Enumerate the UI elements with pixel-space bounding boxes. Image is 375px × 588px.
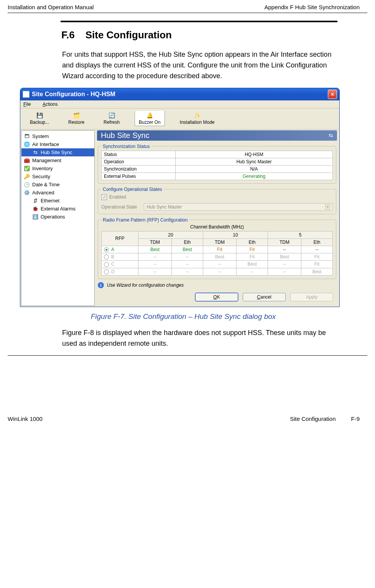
sidebar-item-advanced[interactable]: ⚙️Advanced xyxy=(21,189,94,197)
buzzer-icon: 🔔 xyxy=(139,112,161,119)
radio-icon xyxy=(104,262,109,267)
sidebar-item-ethernet[interactable]: ⇵Ethernet xyxy=(21,197,94,205)
rfp-radio-cell: D xyxy=(102,268,138,275)
rfp-cell: Fit xyxy=(301,253,332,261)
rfp-cell: Fit xyxy=(236,253,268,261)
rfp-cell: -- xyxy=(268,261,301,268)
header-rule xyxy=(8,13,367,13)
sidebar-label: Air Interface xyxy=(32,141,59,147)
rfp-cell: -- xyxy=(268,268,301,275)
rfp-radio-cell[interactable]: A xyxy=(102,246,138,253)
info-icon: i xyxy=(98,282,104,288)
sidebar-label: Advanced xyxy=(32,190,54,195)
section-number: F.6 xyxy=(61,29,75,41)
enabled-checkbox: ✓ xyxy=(101,194,107,200)
col-tdm: TDM xyxy=(203,238,237,246)
section-title: Site Configuration xyxy=(86,29,172,41)
sidebar-item-management[interactable]: 🧰Management xyxy=(21,156,94,164)
install-mode-button[interactable]: ✨ Installation Mode xyxy=(176,111,219,126)
section-rule xyxy=(61,21,337,22)
pulses-key: External Pulses xyxy=(102,172,176,180)
status-value: HQ-HSM xyxy=(175,151,332,158)
dialog-title: Site Configuration - HQ-HSM xyxy=(32,91,115,98)
enabled-label: Enabled xyxy=(109,194,126,200)
header-right: Appendix F Hub Site Synchronization xyxy=(265,4,360,10)
sidebar-item-external-alarms[interactable]: 🐞External Alarms xyxy=(21,205,94,213)
rfp-cell: -- xyxy=(172,261,203,268)
backup-button[interactable]: 💾 Backup... xyxy=(26,111,53,126)
dialog-titlebar[interactable]: Site Configuration - HQ-HSM × xyxy=(20,88,339,100)
col-bw5: 5 xyxy=(268,231,332,238)
system-icon: 🗔 xyxy=(24,133,30,139)
rfp-cell: Best xyxy=(172,246,203,253)
restore-icon: 🗂️ xyxy=(68,112,84,119)
operation-value: Hub Sync Master xyxy=(175,158,332,165)
footer-page: F-9 xyxy=(351,416,360,422)
footer-left: WinLink 1000 xyxy=(8,416,43,422)
rfp-cell: Best xyxy=(236,261,268,268)
section-heading: F.6Site Configuration xyxy=(61,29,355,41)
link-icon: ⇆ xyxy=(329,132,333,138)
toolbar: 💾 Backup... 🗂️ Restore 🔄 Refresh 🔔 Buzze… xyxy=(20,108,339,130)
save-icon: 💾 xyxy=(30,112,49,119)
backup-label: Backup... xyxy=(30,120,49,125)
rfp-cell: -- xyxy=(236,268,268,275)
op-state-select: Hub Sync Master ▾ xyxy=(144,203,333,211)
radio-icon xyxy=(104,269,109,274)
sidebar-label: External Alarms xyxy=(41,206,76,212)
sync-key: Synchronization xyxy=(102,165,176,172)
install-label: Installation Mode xyxy=(180,120,215,125)
col-rfp: RFP xyxy=(102,231,138,246)
security-icon: 🔑 xyxy=(24,174,30,179)
rfp-cell: Best xyxy=(138,246,172,253)
sidebar-item-security[interactable]: 🔑Security xyxy=(21,172,94,181)
site-config-dialog: Site Configuration - HQ-HSM × File Actio… xyxy=(20,88,340,307)
sync-value: N/A xyxy=(175,165,332,172)
cancel-button[interactable]: Cancel xyxy=(243,293,286,301)
sidebar-item-inventory[interactable]: ✅Inventory xyxy=(21,164,94,172)
rfp-row: C------Best--Fit xyxy=(102,261,333,268)
op-state-value: Hub Sync Master xyxy=(146,204,182,210)
col-eth: Eth xyxy=(172,238,203,246)
sidebar-item-hub-site-sync[interactable]: ⇆Hub Site Sync xyxy=(21,148,94,156)
sync-status-group: Synchronization Status StatusHQ-HSM Oper… xyxy=(98,144,336,184)
sidebar-label: System xyxy=(32,133,49,139)
radio-icon xyxy=(104,255,109,260)
rfp-cell: Best xyxy=(268,253,301,261)
sidebar-label: Management xyxy=(32,158,61,163)
air-icon: 🌐 xyxy=(24,141,30,147)
rfp-cell: -- xyxy=(172,268,203,275)
paragraph-1: For units that support HSS, the Hub Site… xyxy=(62,49,336,82)
panel-title-text: Hub Site Sync xyxy=(101,131,150,140)
operation-key: Operation xyxy=(102,158,176,165)
apply-button: Apply xyxy=(290,293,333,301)
refresh-button[interactable]: 🔄 Refresh xyxy=(99,111,124,126)
ok-button[interactable]: OK xyxy=(195,293,238,301)
close-icon[interactable]: × xyxy=(328,90,337,99)
menu-file[interactable]: File xyxy=(23,102,36,107)
inventory-icon: ✅ xyxy=(24,166,30,171)
sidebar-item-operations[interactable]: ⬇️Operations xyxy=(21,213,94,221)
wizard-note-text: Use Wizard for configuration changes xyxy=(107,283,184,288)
enabled-checkbox-row: ✓ Enabled xyxy=(101,194,333,200)
rfp-legend: Radio Frame Pattern (RFP) Configuration xyxy=(101,217,189,223)
rfp-radio-cell: B xyxy=(102,253,138,261)
advanced-icon: ⚙️ xyxy=(24,190,30,195)
sidebar: 🗔System 🌐Air Interface ⇆Hub Site Sync 🧰M… xyxy=(21,130,95,306)
wizard-icon: ✨ xyxy=(180,112,215,119)
sidebar-item-air-interface[interactable]: 🌐Air Interface xyxy=(21,140,94,148)
rfp-cell: -- xyxy=(268,246,301,253)
rfp-cell: -- xyxy=(301,246,332,253)
sidebar-item-system[interactable]: 🗔System xyxy=(21,132,94,140)
footer-rule xyxy=(8,355,367,356)
menu-actions[interactable]: Actions xyxy=(43,102,58,107)
sidebar-label: Date & Time xyxy=(32,182,60,187)
dialog-title-icon xyxy=(23,91,30,98)
restore-button[interactable]: 🗂️ Restore xyxy=(64,111,89,126)
sidebar-item-date-time[interactable]: 🕒Date & Time xyxy=(21,181,94,189)
alarm-icon: 🐞 xyxy=(32,206,38,212)
col-eth: Eth xyxy=(301,238,332,246)
buzzer-button[interactable]: 🔔 Buzzer On xyxy=(135,111,165,126)
figure-caption: Figure F-7. Site Configuration – Hub Sit… xyxy=(27,312,340,321)
paragraph-2: Figure F-8 is displayed when the hardwar… xyxy=(62,328,336,349)
